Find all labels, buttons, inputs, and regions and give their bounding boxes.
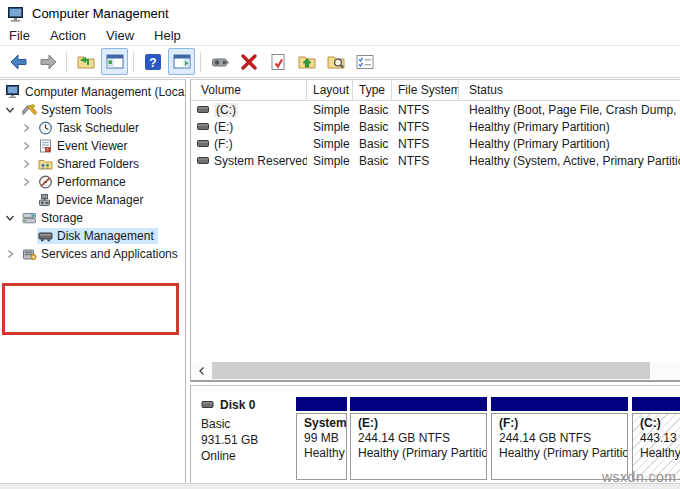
forward-button[interactable] [34, 48, 61, 75]
delete-button[interactable] [235, 48, 262, 75]
menu-action[interactable]: Action [40, 27, 96, 44]
partition-f[interactable]: (F:) 244.14 GB NTFS Healthy (Primary Par… [491, 397, 628, 480]
volume-status: Healthy (Primary Partition) [459, 137, 680, 151]
disk0-label-block[interactable]: Disk 0 Basic 931.51 GB Online [201, 397, 296, 464]
device-button[interactable] [206, 48, 233, 75]
tree-item-device-manager[interactable]: Device Manager [0, 191, 186, 209]
properties-button[interactable] [264, 48, 291, 75]
forward-icon [38, 52, 58, 72]
scrollbar-thumb[interactable] [212, 362, 650, 379]
console-tree-pane: Computer Management (Local) System Tools [0, 79, 186, 483]
chevron-right-icon[interactable] [20, 122, 32, 134]
disk-status: Online [201, 448, 296, 464]
column-header-status[interactable]: Status [459, 80, 680, 100]
event-viewer-icon: ! [38, 139, 53, 153]
menu-help[interactable]: Help [144, 27, 191, 44]
show-action-pane-button[interactable] [168, 48, 195, 75]
system-tools-icon [22, 103, 37, 117]
volume-status: Healthy (System, Active, Primary Partiti… [459, 154, 680, 168]
tree-item-label: Task Scheduler [57, 121, 139, 135]
chevron-right-icon[interactable] [20, 158, 32, 170]
delete-x-icon [239, 52, 259, 72]
column-header-type[interactable]: Type [353, 80, 392, 100]
chevron-down-icon[interactable] [4, 212, 16, 224]
services-icon [22, 247, 37, 261]
volume-row-c[interactable]: (C:) Simple Basic NTFS Healthy (Boot, Pa… [191, 101, 680, 118]
tree-item-performance[interactable]: Performance [0, 173, 186, 191]
partition-system-reserved[interactable]: System Reserved 99 MB Healthy [296, 397, 347, 480]
partition-size: 244.14 GB NTFS [358, 431, 486, 446]
tree-item-computer-management[interactable]: Computer Management (Local) [0, 83, 186, 101]
volume-row-system-reserved[interactable]: System Reserved Simple Basic NTFS Health… [191, 152, 680, 169]
chevron-right-icon[interactable] [4, 248, 16, 260]
volume-name: (F:) [214, 137, 233, 151]
folder-up-button[interactable] [293, 48, 320, 75]
volume-icon [197, 140, 209, 148]
tree-item-event-viewer[interactable]: ! Event Viewer [0, 137, 186, 155]
explore-folder-icon [326, 52, 346, 72]
tree-item-label: Services and Applications [41, 247, 178, 261]
column-header-layout[interactable]: Layout [307, 80, 353, 100]
tree-item-disk-management[interactable]: Disk Management [0, 227, 186, 245]
performance-icon [38, 175, 53, 189]
device-icon [210, 52, 230, 72]
tree-item-task-scheduler[interactable]: Task Scheduler [0, 119, 186, 137]
chevron-right-icon[interactable] [20, 176, 32, 188]
up-level-button[interactable] [72, 48, 99, 75]
back-icon [9, 52, 29, 72]
disk-size: 931.51 GB [201, 432, 296, 448]
chevron-right-icon[interactable] [20, 140, 32, 152]
disk-management-icon [38, 229, 53, 243]
svg-text:!: ! [47, 148, 48, 152]
column-header-volume[interactable]: Volume [191, 80, 307, 100]
console-tree-icon [105, 52, 125, 72]
volume-icon [197, 123, 209, 131]
tree-item-storage[interactable]: Storage [0, 209, 186, 227]
column-header-file-system[interactable]: File System [392, 80, 459, 100]
partition-e[interactable]: (E:) 244.14 GB NTFS Healthy (Primary Par… [350, 397, 487, 480]
scroll-left-button[interactable] [193, 362, 210, 379]
partition-color-bar [350, 397, 487, 411]
title-bar: Computer Management [0, 0, 680, 26]
watermark: wsxdn.com [602, 469, 677, 485]
volume-layout: Simple [307, 103, 353, 117]
toolbar: ? [0, 46, 680, 78]
volume-layout: Simple [307, 120, 353, 134]
volume-row-f[interactable]: (F:) Simple Basic NTFS Healthy (Primary … [191, 135, 680, 152]
tree-item-label: Computer Management (Local) [25, 85, 186, 99]
folder-up-icon [297, 52, 317, 72]
partition-c-selected[interactable]: (C:) 443.13 GB NTFS Healthy [632, 397, 680, 480]
task-scheduler-icon [38, 121, 53, 135]
volume-type: Basic [353, 154, 392, 168]
task-list-icon [355, 52, 375, 72]
partition-status: Healthy (Primary Partition) [499, 446, 627, 461]
show-console-tree-button[interactable] [101, 48, 128, 75]
horizontal-scrollbar[interactable] [193, 362, 679, 379]
partition-status: Healthy [640, 446, 680, 461]
tree-item-system-tools[interactable]: System Tools [0, 101, 186, 119]
menu-file[interactable]: File [0, 27, 40, 44]
explore-button[interactable] [322, 48, 349, 75]
volume-icon [197, 106, 209, 114]
partition-color-bar [491, 397, 628, 411]
storage-icon [22, 211, 37, 225]
up-level-folder-icon [76, 52, 96, 72]
help-button[interactable]: ? [139, 48, 166, 75]
disk-name: Disk 0 [220, 397, 255, 413]
disk-icon [201, 401, 214, 409]
tree-item-shared-folders[interactable]: Shared Folders [0, 155, 186, 173]
volume-row-e[interactable]: (E:) Simple Basic NTFS Healthy (Primary … [191, 118, 680, 135]
partition-color-bar [296, 397, 347, 411]
volume-name: System Reserved [214, 154, 307, 168]
back-button[interactable] [5, 48, 32, 75]
tree-item-services-and-applications[interactable]: Services and Applications [0, 245, 186, 263]
disk-type: Basic [201, 416, 296, 432]
task-list-button[interactable] [351, 48, 378, 75]
volume-name: (C:) [214, 103, 238, 117]
menu-view[interactable]: View [96, 27, 144, 44]
partition-name: (E:) [358, 416, 486, 431]
tree-item-label: Shared Folders [57, 157, 139, 171]
partition-size: 99 MB [304, 431, 346, 446]
chevron-down-icon[interactable] [4, 104, 16, 116]
partition-size: 244.14 GB NTFS [499, 431, 627, 446]
